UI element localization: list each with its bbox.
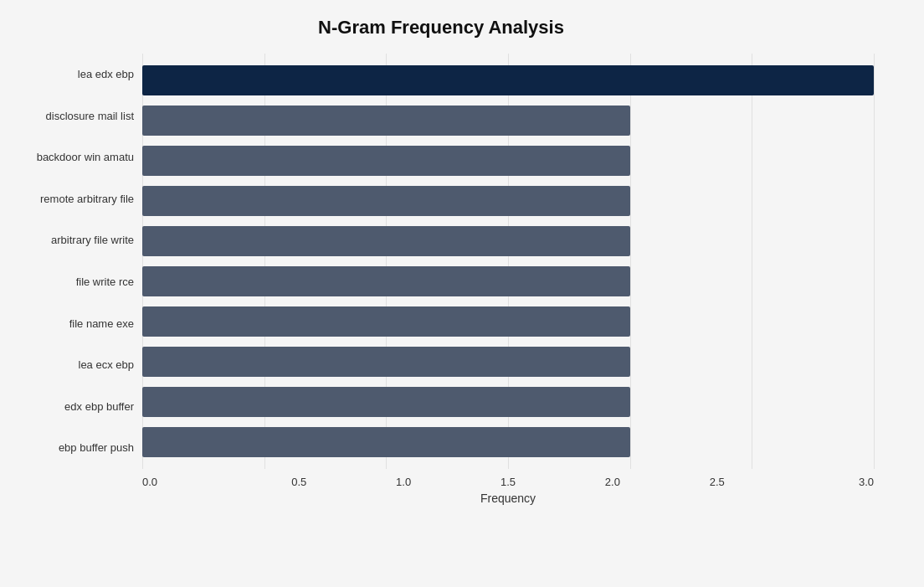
bars-and-grid	[142, 54, 874, 469]
bar	[142, 306, 630, 337]
y-label: file write rce	[8, 275, 134, 289]
bar	[142, 387, 630, 417]
bar	[142, 186, 630, 216]
bar-row	[142, 60, 874, 100]
x-tick: 1.0	[352, 476, 456, 488]
bar-row	[142, 221, 874, 261]
bar	[142, 226, 630, 256]
bar	[142, 347, 630, 377]
y-label: remote arbitrary file	[8, 193, 134, 206]
bar	[142, 146, 630, 176]
y-label: ebp buffer push	[8, 441, 134, 455]
bar-row	[142, 261, 874, 301]
grid-line	[874, 54, 875, 469]
x-tick: 2.5	[665, 476, 769, 488]
bar-row	[142, 181, 874, 221]
bar-row	[142, 100, 874, 141]
bar	[142, 427, 630, 457]
y-label: lea ecx ebp	[8, 358, 134, 372]
y-label: file name exe	[8, 317, 134, 331]
plot-area: lea edx ebpdisclosure mail listbackdoor …	[8, 54, 874, 469]
bar-row	[142, 422, 874, 462]
x-tick: 2.0	[560, 476, 665, 488]
y-labels: lea edx ebpdisclosure mail listbackdoor …	[8, 54, 142, 469]
bar	[142, 266, 630, 296]
x-tick: 3.0	[769, 476, 874, 488]
chart-area: lea edx ebpdisclosure mail listbackdoor …	[8, 54, 874, 490]
bar-row	[142, 301, 874, 342]
y-label: disclosure mail list	[8, 110, 134, 123]
chart-title: N-Gram Frequency Analysis	[8, 17, 874, 39]
y-label: edx ebp buffer	[8, 400, 134, 414]
bar	[142, 106, 630, 136]
bar	[142, 65, 874, 95]
x-axis: 0.00.51.01.52.02.53.0	[142, 469, 874, 488]
y-label: backdoor win amatu	[8, 151, 134, 164]
chart-container: N-Gram Frequency Analysis lea edx ebpdis…	[0, 0, 924, 587]
bars-container	[142, 54, 874, 469]
bar-row	[142, 382, 874, 422]
bar-row	[142, 342, 874, 382]
x-tick: 0.5	[247, 476, 352, 488]
y-label: lea edx ebp	[8, 68, 134, 81]
x-axis-label: Frequency	[142, 492, 874, 505]
x-tick: 1.5	[456, 476, 561, 488]
y-label: arbitrary file write	[8, 234, 134, 247]
bar-row	[142, 141, 874, 181]
x-tick: 0.0	[142, 476, 247, 488]
